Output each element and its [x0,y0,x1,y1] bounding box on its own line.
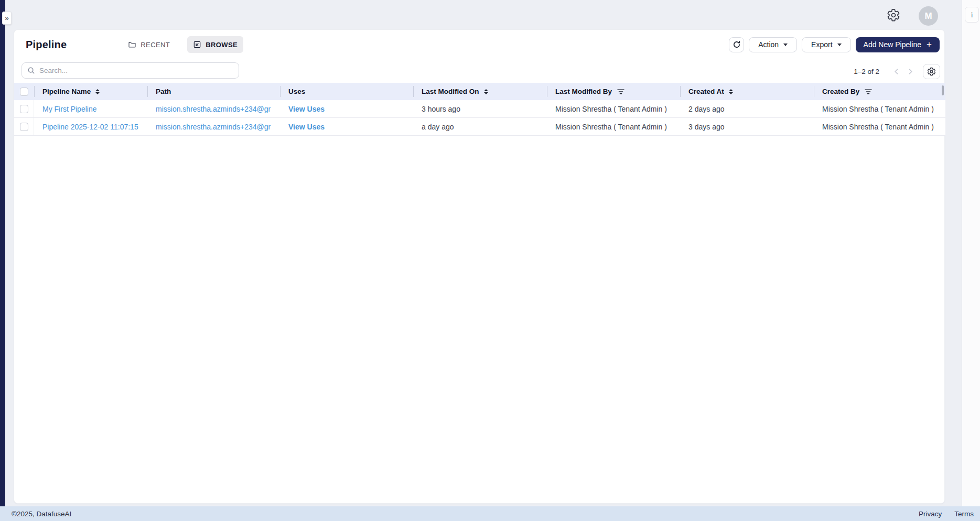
column-settings-button[interactable] [923,64,940,79]
table-header-row: Pipeline Name Path Uses Last Modified On… [14,83,945,100]
view-tabs: RECENT BROWSE [122,36,243,53]
pipeline-name-link[interactable]: Pipeline 2025-12-02 11:07:15 [42,123,138,131]
tab-recent[interactable]: RECENT [122,36,176,53]
search-box [21,62,239,79]
pipeline-path-link[interactable]: mission.shrestha.azminds+234@gr [156,123,271,131]
toolbar: Action Export Add New Pipeline + [729,37,940,52]
collapsed-sidebar-strip [0,0,5,521]
row-cell-checkbox [14,118,34,135]
footer: ©2025, DatafuseAI Privacy Terms [0,506,980,521]
chevron-down-icon [783,44,788,46]
next-page-button[interactable] [904,66,916,78]
header-cell-checkbox [14,83,34,100]
header-cell-created-at[interactable]: Created At [680,83,814,100]
header-cell-uses: Uses [280,83,413,100]
select-all-checkbox[interactable] [20,88,28,96]
pipeline-path-link[interactable]: mission.shrestha.azminds+234@gr [156,105,271,113]
header-cell-pipeline-name[interactable]: Pipeline Name [34,83,147,100]
pipeline-name-link[interactable]: My First Pipeline [42,105,96,113]
view-uses-link[interactable]: View Uses [288,123,325,131]
last-modified-on-value: 3 hours ago [422,105,460,113]
column-label: Created By [822,88,859,95]
tab-browse-label: BROWSE [206,41,238,49]
action-label: Action [758,40,779,49]
view-uses-link[interactable]: View Uses [288,105,325,113]
header-cell-last-modified-on[interactable]: Last Modified On [413,83,547,100]
created-at-value: 3 days ago [688,123,725,131]
column-label: Path [156,88,171,95]
filter-icon[interactable] [617,89,624,95]
refresh-icon [733,40,741,49]
info-icon: i [971,11,973,19]
right-rail [962,0,980,506]
export-label: Export [811,40,832,49]
header-cell-path: Path [147,83,280,100]
created-at-value: 2 days ago [688,105,725,113]
tab-browse[interactable]: BROWSE [187,36,243,53]
terms-link[interactable]: Terms [954,510,974,518]
privacy-link[interactable]: Privacy [919,510,942,518]
sort-icon[interactable] [484,89,488,94]
card-title-row: Pipeline RECENT [14,30,944,59]
pagination: 1–2 of 2 [854,63,940,80]
copyright-text: ©2025, DatafuseAI [12,510,71,518]
row-checkbox[interactable] [20,105,28,113]
created-by-value: Mission Shrestha ( Tenant Admin ) [822,105,934,113]
sidebar-expand-button[interactable]: » [2,12,12,25]
gear-icon [927,67,936,76]
chevron-down-icon [837,44,842,46]
action-dropdown-button[interactable]: Action [749,37,797,52]
header-cell-created-by[interactable]: Created By [814,83,945,100]
previous-page-button[interactable] [890,66,902,78]
add-new-pipeline-label: Add New Pipeline [864,40,922,49]
last-modified-by-value: Mission Shrestha ( Tenant Admin ) [555,123,667,131]
column-label: Uses [288,88,305,95]
export-dropdown-button[interactable]: Export [802,37,850,52]
column-label: Last Modified On [422,88,479,95]
row-cell-checkbox [14,100,34,117]
tab-recent-label: RECENT [141,41,170,49]
page: » M i Pipeline RECENT [0,0,980,521]
pagination-range: 1–2 of 2 [854,68,879,75]
folder-icon [128,40,136,49]
column-label: Created At [688,88,724,95]
filter-icon[interactable] [865,89,872,95]
add-new-pipeline-button[interactable]: Add New Pipeline + [856,37,940,52]
settings-gear-icon[interactable] [887,8,900,22]
pipeline-table: Pipeline Name Path Uses Last Modified On… [14,83,945,136]
table-scrollbar-thumb[interactable] [942,85,944,95]
footer-links: Privacy Terms [919,510,974,518]
pipeline-card: Pipeline RECENT [14,29,945,504]
table-row: My First Pipeline mission.shrestha.azmin… [14,100,945,118]
avatar-initial: M [924,11,932,21]
created-by-value: Mission Shrestha ( Tenant Admin ) [822,123,934,131]
header-cell-last-modified-by[interactable]: Last Modified By [547,83,680,100]
last-modified-by-value: Mission Shrestha ( Tenant Admin ) [555,105,667,113]
search-input[interactable] [39,67,233,74]
sort-icon[interactable] [729,89,733,94]
plus-icon: + [927,40,932,49]
info-button[interactable]: i [965,7,979,23]
row-checkbox[interactable] [20,123,28,131]
column-label: Last Modified By [555,88,612,95]
page-title: Pipeline [26,39,67,51]
refresh-button[interactable] [729,37,744,52]
column-label: Pipeline Name [42,88,91,95]
search-icon [27,67,35,74]
browse-icon [193,40,201,49]
last-modified-on-value: a day ago [422,123,454,131]
chevron-double-right-icon: » [5,14,8,22]
table-row: Pipeline 2025-12-02 11:07:15 mission.shr… [14,118,945,136]
sort-icon[interactable] [95,89,100,94]
user-avatar[interactable]: M [919,6,938,26]
